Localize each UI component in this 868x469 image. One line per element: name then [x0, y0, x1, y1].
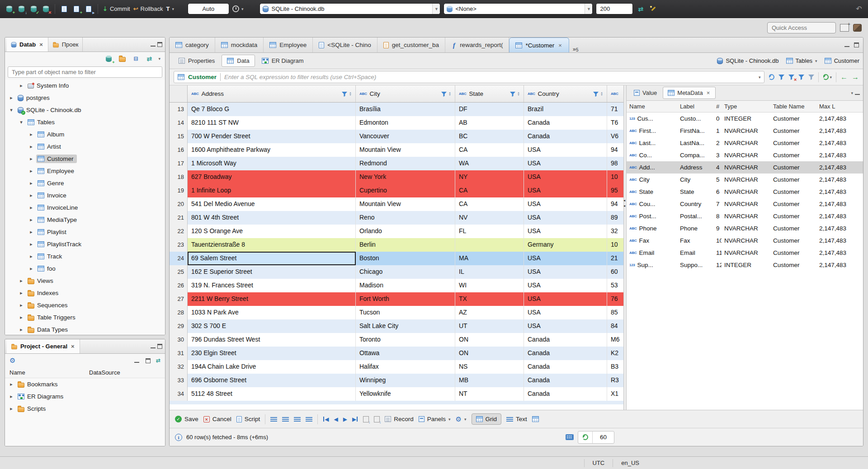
metadata-cell-type[interactable]: NVARCHAR [722, 237, 770, 244]
cell-postalcode[interactable]: 10 [607, 238, 623, 252]
column-header-name[interactable]: Name [9, 369, 89, 376]
table-row[interactable]: 29 302 S 700 E Salt Lake City UT USA 84 [170, 319, 623, 333]
editor-tab[interactable]: Employee × [264, 38, 313, 52]
metadata-cell-type[interactable]: NVARCHAR [722, 225, 770, 232]
row-number-cell[interactable]: 21 [170, 211, 188, 225]
metadata-cell-number[interactable]: 1 [713, 127, 722, 134]
metadata-cell-maxlength[interactable]: 2,147,483 [816, 140, 863, 146]
metadata-cell-number[interactable]: 10 [713, 237, 722, 244]
metadata-cell-name[interactable]: ABCFirst... [627, 127, 677, 134]
metadata-cell-tablename[interactable]: Customer [770, 213, 816, 220]
cell-postalcode[interactable]: 94 [607, 197, 623, 211]
cell-state[interactable]: NT [455, 387, 524, 401]
row-number-cell[interactable]: 24 [170, 252, 188, 265]
last-row-button[interactable]: ▶ [352, 416, 358, 422]
cell-postalcode[interactable]: 98 [607, 157, 623, 170]
view-menu-icon[interactable]: ▾ [158, 56, 160, 61]
row-number-cell[interactable]: 15 [170, 130, 188, 143]
cell-city[interactable]: Madison [356, 279, 455, 292]
first-row-button[interactable]: ◀ [323, 416, 329, 422]
cell-state[interactable]: BC [455, 130, 524, 143]
metadata-cell-label[interactable]: Compa... [677, 152, 713, 159]
panels-button[interactable]: Panels▾ [419, 416, 451, 422]
metadata-cell-type[interactable]: NVARCHAR [722, 127, 770, 134]
cell-postalcode[interactable]: 53 [607, 279, 623, 292]
metadata-cell-type[interactable]: INTEGER [722, 262, 770, 268]
cell-postalcode[interactable]: V6 [607, 130, 623, 143]
metadata-cell-number[interactable]: 3 [713, 152, 722, 159]
autofit-columns-icon[interactable] [270, 417, 277, 422]
metadata-cell-type[interactable]: NVARCHAR [722, 164, 770, 171]
maximize-icon[interactable] [853, 42, 860, 48]
result-tab[interactable]: ER Diagram [256, 55, 309, 67]
cell-state[interactable]: CA [455, 143, 524, 157]
cell-country[interactable]: USA [524, 143, 607, 157]
cell-address[interactable]: Tauentzienstraße 8 [188, 238, 356, 252]
fetch-page-icon[interactable] [363, 416, 369, 422]
settings-button[interactable]: ⚙▾ [456, 415, 467, 423]
record-button[interactable]: Record [385, 416, 414, 422]
metadata-cell-label[interactable]: Phone [677, 225, 713, 232]
editor-tab[interactable]: get_customer_ba × [377, 38, 445, 52]
metadata-cell-name[interactable]: ABCPhone [627, 225, 677, 232]
metadata-cell-type[interactable]: NVARCHAR [722, 176, 770, 183]
tree-item[interactable]: Views [5, 275, 165, 287]
tree-item[interactable]: Employee [5, 165, 165, 177]
expander-icon[interactable] [28, 241, 34, 247]
expander-icon[interactable] [19, 278, 24, 284]
metadata-cell-label[interactable]: State [677, 188, 713, 195]
tab-database-navigator[interactable]: Datab × [7, 38, 48, 52]
cell-city[interactable]: Ottawa [356, 347, 455, 360]
metadata-cell-type[interactable]: NVARCHAR [722, 213, 770, 220]
cell-state[interactable]: NS [455, 360, 524, 374]
cell-country[interactable]: USA [524, 252, 607, 265]
metadata-cell-type[interactable]: NVARCHAR [722, 188, 770, 195]
quick-access-input[interactable] [767, 22, 836, 33]
collapse-all-icon[interactable]: ⊟ [131, 54, 140, 63]
expander-icon[interactable] [19, 290, 24, 296]
cell-state[interactable]: DF [455, 103, 524, 116]
new-folder-icon[interactable] [118, 54, 127, 63]
cell-country[interactable]: Canada [524, 130, 607, 143]
metadata-cell-name[interactable]: ABCEmail [627, 249, 677, 256]
presentation-icon[interactable] [532, 416, 539, 422]
cell-postalcode[interactable]: B3 [607, 360, 623, 374]
cell-address[interactable]: 194A Chain Lake Drive [188, 360, 356, 374]
cell-postalcode[interactable]: 10 [607, 170, 623, 184]
metadata-row[interactable]: ABCPost... Postal... 8 NVARCHAR Customer… [627, 210, 863, 222]
expander-icon[interactable] [28, 168, 34, 174]
metadata-cell-tablename[interactable]: Customer [770, 115, 816, 122]
fetch-size-input[interactable] [596, 3, 633, 14]
gear-icon[interactable]: ⚙ [9, 356, 15, 365]
cell-country[interactable]: USA [524, 170, 607, 184]
metadata-cell-type[interactable]: NVARCHAR [722, 249, 770, 256]
expander-icon[interactable] [28, 144, 34, 150]
cell-address[interactable]: 2211 W Berry Street [188, 292, 356, 306]
cell-address[interactable]: 319 N. Frances Street [188, 279, 356, 292]
metadata-cell-tablename[interactable]: Customer [770, 225, 816, 232]
metadata-cell-label[interactable]: FirstNa... [677, 127, 713, 134]
disconnect-icon[interactable]: ✕ [41, 5, 50, 14]
cell-address[interactable]: Qe 7 Bloco G [188, 103, 356, 116]
maximize-icon[interactable] [156, 42, 163, 47]
row-number-cell[interactable]: 14 [170, 116, 188, 130]
expander-icon[interactable] [28, 131, 34, 137]
metadata-cell-name[interactable]: 123Cus... [627, 115, 677, 122]
view-menu-icon[interactable]: ▾ [851, 91, 853, 95]
metadata-col-name[interactable]: Name [627, 103, 677, 110]
cell-country[interactable]: Canada [524, 333, 607, 347]
maximize-icon[interactable] [156, 343, 163, 349]
order-columns-icon[interactable] [306, 417, 312, 422]
open-perspective-icon[interactable] [840, 24, 849, 32]
row-number-cell[interactable]: 16 [170, 143, 188, 157]
cell-city[interactable]: Winnipeg [356, 374, 455, 387]
filter-apply-icon[interactable] [778, 75, 784, 80]
expander-icon[interactable] [9, 381, 14, 387]
metadata-row[interactable]: ABCAdd... Address 4 NVARCHAR Customer 2,… [627, 161, 863, 174]
cell-postalcode[interactable]: 84 [607, 319, 623, 333]
schema-select[interactable]: <None> ▼ [443, 3, 593, 14]
breadcrumb-tables[interactable]: Tables▾ [786, 57, 817, 64]
column-header-datasource[interactable]: DataSource [89, 369, 120, 376]
metadata-cell-number[interactable]: 5 [713, 176, 722, 183]
minimize-icon[interactable] [854, 90, 861, 96]
